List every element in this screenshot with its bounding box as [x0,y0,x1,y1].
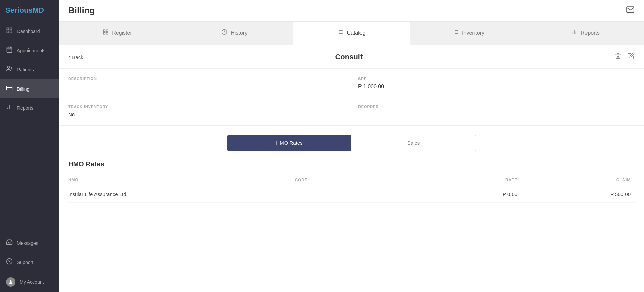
svg-rect-1 [10,28,12,30]
sidebar-item-appointments[interactable]: Appointments [0,41,59,60]
item-title: Consult [335,53,363,61]
sidebar-item-support-label: Support [17,260,33,265]
grid-icon [6,27,13,35]
hmo-name: Insular Life Assurance Ltd. [68,186,295,203]
srp-field: SRP P 1,000.00 [358,77,635,90]
svg-rect-17 [103,30,105,31]
help-circle-icon [6,258,13,266]
fields-row-1: DESCRIPTION SRP P 1,000.00 [59,69,644,98]
svg-rect-9 [7,86,12,90]
col-header-claim: CLAIM [521,174,635,186]
track-inventory-value: No [68,111,345,117]
delete-icon[interactable] [614,52,622,62]
sidebar-item-dashboard[interactable]: Dashboard [0,22,59,41]
reorder-value [358,111,635,117]
tab-inventory[interactable]: Inventory [410,22,527,45]
srp-value: P 1,000.00 [358,84,635,90]
reports-icon [571,29,577,37]
sidebar-item-patients-label: Patients [17,67,34,72]
back-label: Back [72,54,83,60]
top-header: Billing [59,0,644,22]
svg-rect-3 [7,31,9,33]
tab-register-label: Register [112,30,132,36]
chevron-left-icon: ‹ [68,54,70,60]
edit-icon[interactable] [627,52,635,62]
tab-register[interactable]: Register [59,22,176,45]
bar-chart-icon [6,104,13,112]
sidebar-item-messages-label: Messages [17,240,38,246]
tabs: Register History Catalog Inventory Repor… [59,22,644,45]
calendar-icon [6,46,13,55]
sidebar-item-reports[interactable]: Reports [0,98,59,118]
history-icon [221,29,227,37]
sidebar: SeriousMD Dashboard Appointments Patient… [0,0,59,292]
sidebar-item-dashboard-label: Dashboard [17,29,40,34]
svg-rect-19 [106,33,108,34]
toggle-group: HMO Rates Sales [227,135,476,151]
toggle-sales[interactable]: Sales [351,135,476,151]
reorder-label: REORDER [358,105,635,109]
svg-rect-18 [106,30,108,31]
content-area: ‹ Back Consult DESCRIPTION SRP P 1,0 [59,45,644,292]
subheader: ‹ Back Consult [59,45,644,69]
hmo-section: HMO Rates HMO CODE RATE CLAIM Insular Li… [59,160,644,212]
mail-icon[interactable] [626,5,635,16]
svg-rect-20 [103,33,105,34]
table-row: Insular Life Assurance Ltd. P 0.00 P 500… [68,186,635,203]
track-inventory-label: TRACK INVENTORY [68,105,345,109]
register-icon [103,29,109,37]
inventory-icon [453,29,459,37]
sidebar-item-my-account-label: My Account [20,279,44,285]
sidebar-item-reports-label: Reports [17,105,33,111]
tab-history-label: History [231,30,248,36]
hmo-rate: P 0.00 [408,186,521,203]
users-icon [6,65,13,74]
col-header-code: CODE [295,174,408,186]
track-inventory-field: TRACK INVENTORY No [68,105,345,117]
toggle-container: HMO Rates Sales [59,126,644,160]
sidebar-item-patients[interactable]: Patients [0,60,59,79]
svg-rect-4 [7,47,12,52]
tab-reports[interactable]: Reports [527,22,644,45]
tab-history[interactable]: History [176,22,293,45]
tab-catalog[interactable]: Catalog [293,22,410,45]
col-header-rate: RATE [408,174,521,186]
sidebar-item-support[interactable]: Support [0,253,59,272]
tab-reports-label: Reports [581,30,600,36]
description-label: DESCRIPTION [68,77,345,81]
srp-label: SRP [358,77,635,81]
description-value [68,84,345,89]
subheader-actions [614,52,635,62]
toggle-hmo-rates[interactable]: HMO Rates [227,135,351,151]
sidebar-item-appointments-label: Appointments [17,48,46,53]
reorder-field: REORDER [358,105,635,117]
tab-inventory-label: Inventory [462,30,484,36]
svg-point-8 [7,66,10,69]
sidebar-item-billing[interactable]: Billing [0,79,59,98]
description-field: DESCRIPTION [68,77,345,90]
svg-point-16 [10,280,11,282]
app-logo: SeriousMD [0,0,59,22]
avatar-icon [6,277,15,287]
sidebar-item-messages[interactable]: Messages [0,233,59,253]
hmo-claim: P 500.00 [521,186,635,203]
hmo-rates-title: HMO Rates [68,160,635,168]
inbox-icon [6,239,13,247]
main-content: Billing Register History Catalog [59,0,644,292]
sidebar-item-my-account[interactable]: My Account [0,272,59,292]
catalog-icon [337,29,343,37]
credit-card-icon [6,85,13,93]
col-header-hmo: HMO [68,174,295,186]
sidebar-item-billing-label: Billing [17,86,29,92]
back-button[interactable]: ‹ Back [68,54,83,60]
tab-catalog-label: Catalog [347,30,365,36]
svg-rect-2 [10,31,12,33]
hmo-code [295,186,408,203]
svg-rect-0 [7,28,9,30]
page-title: Billing [68,5,95,16]
rates-table: HMO CODE RATE CLAIM Insular Life Assuran… [68,174,635,203]
fields-row-2: TRACK INVENTORY No REORDER [59,98,644,126]
